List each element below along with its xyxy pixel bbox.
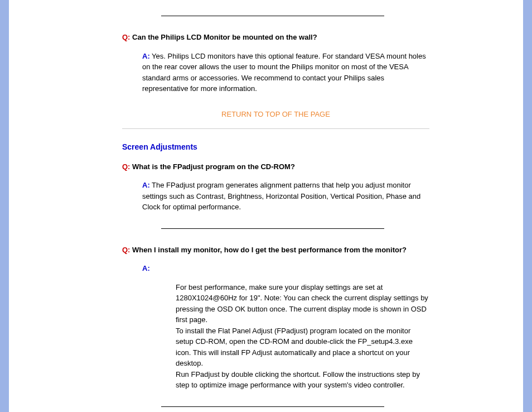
return-to-top: RETURN TO TOP OF THE PAGE — [122, 110, 429, 118]
left-gap — [9, 0, 20, 412]
q-label: Q: — [122, 162, 130, 171]
a-label: A: — [142, 52, 150, 60]
faq-question: Q: What is the FPadjust program on the C… — [122, 161, 429, 173]
answer-paragraph: To install the Flat Panel Adjust (FPadju… — [176, 325, 429, 369]
q-label: Q: — [122, 246, 130, 254]
section-heading: Screen Adjustments — [122, 142, 429, 151]
right-gap — [445, 0, 523, 412]
section-divider — [122, 128, 429, 129]
answer-paragraph: Run FPadjust by double clicking the shor… — [176, 369, 429, 391]
faq-question: Q: When I install my monitor, how do I g… — [122, 245, 429, 256]
divider — [161, 228, 384, 229]
faq-answer-detail: For best performance, make sure your dis… — [176, 282, 429, 391]
faq-answer: A: Yes. Philips LCD monitors have this o… — [142, 51, 429, 94]
a-text: Yes. Philips LCD monitors have this opti… — [142, 52, 426, 93]
q-text: Can the Philips LCD Monitor be mounted o… — [132, 33, 317, 41]
a-label: A: — [142, 264, 150, 272]
answer-paragraph: For best performance, make sure your dis… — [176, 282, 429, 325]
faq-answer-label: A: — [142, 263, 429, 274]
faq-answer: A: The FPadjust program generates alignm… — [142, 180, 429, 213]
divider — [161, 406, 384, 407]
return-to-top-link[interactable]: RETURN TO TOP OF THE PAGE — [221, 110, 330, 118]
q-label: Q: — [122, 33, 130, 41]
q-text: What is the FPadjust program on the CD-R… — [132, 162, 295, 171]
q-text: When I install my monitor, how do I get … — [132, 246, 407, 254]
right-blue-bar — [523, 0, 532, 412]
a-text: The FPadjust program generates alignment… — [142, 181, 420, 211]
divider — [161, 16, 384, 16]
left-blue-bar — [0, 0, 9, 412]
faq-question: Q: Can the Philips LCD Monitor be mounte… — [122, 32, 429, 43]
a-label: A: — [142, 181, 150, 189]
page-container: Q: Can the Philips LCD Monitor be mounte… — [0, 0, 532, 412]
content-column: Q: Can the Philips LCD Monitor be mounte… — [122, 16, 429, 412]
page-body: Q: Can the Philips LCD Monitor be mounte… — [20, 0, 445, 412]
